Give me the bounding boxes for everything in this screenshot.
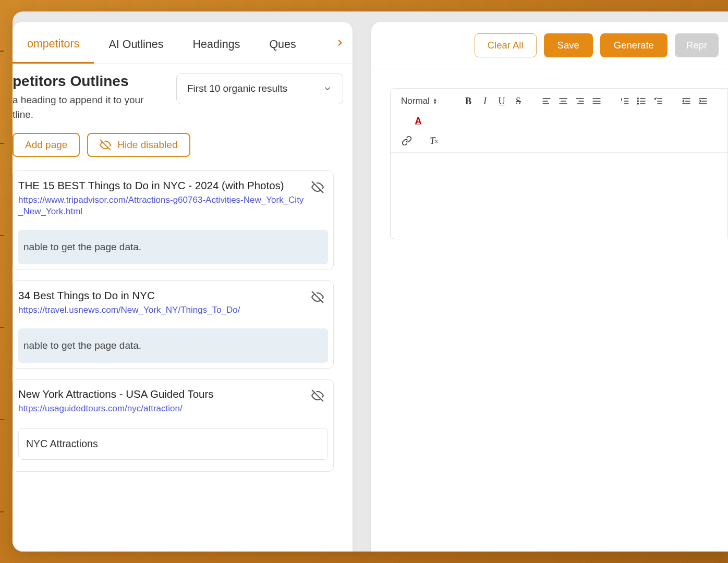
align-left-button[interactable] (539, 94, 554, 108)
eye-off-icon (100, 139, 111, 151)
generate-button[interactable]: Generate (600, 33, 668, 57)
chevron-right-icon (335, 38, 345, 47)
text-color-button[interactable]: A (410, 114, 426, 128)
save-button[interactable]: Save (544, 33, 593, 57)
align-right-icon (575, 96, 585, 106)
checklist-icon (653, 96, 663, 106)
right-toolbar: Clear All Save Generate Repr (371, 22, 728, 69)
svg-point-23 (638, 101, 639, 102)
rephrase-button: Repr (675, 33, 719, 57)
page-subtitle-line2: tline. (13, 107, 143, 122)
list-group (617, 94, 666, 108)
editor-textarea[interactable] (391, 153, 727, 239)
link-icon (402, 136, 412, 146)
checklist-button[interactable] (650, 94, 666, 108)
result-title: THE 15 BEST Things to Do in NYC - 2024 (… (18, 179, 305, 192)
result-url[interactable]: https://www.tripadvisor.com/Attractions-… (18, 194, 305, 217)
clear-format-button[interactable]: Tx (426, 133, 442, 148)
outdent-icon (681, 96, 691, 106)
select-selected-label: First 10 organic results (187, 83, 287, 94)
add-page-label: Add page (25, 139, 67, 151)
hide-disabled-button[interactable]: Hide disabled (87, 133, 190, 157)
color-group: A (410, 114, 426, 128)
eye-off-icon (311, 181, 324, 193)
result-url[interactable]: https://usaguidedtours.com/nyc/attractio… (18, 403, 305, 414)
result-error-message: nable to get the page data. (18, 230, 328, 264)
panels-row: ompetitors AI Outlines Headings Ques pet… (13, 11, 728, 552)
tab-questions[interactable]: Ques (254, 22, 299, 63)
unordered-list-button[interactable] (634, 94, 649, 108)
link-button[interactable] (399, 133, 415, 148)
page-title: petitors Outlines (13, 73, 143, 90)
ordered-list-button[interactable] (617, 94, 633, 108)
toolbar-row-2: Tx (398, 133, 720, 148)
result-visibility-toggle[interactable] (311, 179, 324, 195)
left-panel: ompetitors AI Outlines Headings Ques pet… (13, 22, 353, 552)
outline-header-text: petitors Outlines a heading to append it… (13, 73, 143, 121)
align-group (539, 94, 604, 108)
format-select-label: Normal (401, 96, 430, 106)
result-card: 34 Best Things to Do in NYC https://trav… (13, 280, 334, 369)
right-panel: Clear All Save Generate Repr Normal ▲▼ B… (371, 22, 728, 552)
result-heading-item[interactable]: NYC Attractions (18, 428, 328, 460)
chevron-down-icon (323, 84, 332, 93)
clear-all-button[interactable]: Clear All (475, 33, 537, 57)
bold-button[interactable]: B (460, 94, 476, 108)
sort-icon: ▲▼ (433, 98, 438, 104)
indent-button[interactable] (695, 94, 711, 108)
result-card: THE 15 BEST Things to Do in NYC - 2024 (… (13, 170, 334, 270)
svg-point-22 (638, 98, 639, 99)
strike-button[interactable]: S (511, 94, 526, 108)
text-style-group: B I U S (460, 94, 526, 108)
add-page-button[interactable]: Add page (13, 133, 80, 157)
tab-ai-outlines[interactable]: AI Outlines (94, 22, 178, 63)
result-url[interactable]: https://travel.usnews.com/New_York_NY/Th… (18, 304, 305, 316)
tab-competitors[interactable]: ompetitors (13, 22, 94, 64)
outdent-button[interactable] (678, 94, 694, 108)
unordered-list-icon (636, 96, 647, 106)
action-buttons-row: Add page Hide disabled (13, 133, 343, 157)
indent-icon (698, 96, 708, 106)
result-visibility-toggle[interactable] (311, 289, 324, 305)
align-center-icon (558, 96, 568, 106)
result-title: 34 Best Things to Do in NYC (18, 289, 305, 302)
results-filter-select[interactable]: First 10 organic results (176, 73, 343, 104)
align-justify-button[interactable] (589, 94, 604, 108)
align-center-button[interactable] (555, 94, 571, 108)
indent-group (678, 94, 711, 108)
tabs-bar: ompetitors AI Outlines Headings Ques (13, 22, 353, 64)
left-edge-ruler (0, 0, 10, 563)
underline-button[interactable]: U (494, 94, 509, 108)
result-card: New York Attractions - USA Guided Tours … (13, 379, 334, 472)
tab-headings[interactable]: Headings (178, 22, 255, 63)
align-justify-icon (591, 96, 602, 106)
editor: Normal ▲▼ B I U S (390, 88, 728, 239)
hide-disabled-label: Hide disabled (117, 139, 177, 151)
page-subtitle-line1: a heading to append it to your (13, 93, 143, 107)
ordered-list-icon (620, 96, 630, 106)
editor-toolbar: Normal ▲▼ B I U S (391, 89, 727, 153)
italic-button[interactable]: I (477, 94, 493, 108)
app-window: ompetitors AI Outlines Headings Ques pet… (13, 11, 728, 552)
svg-point-24 (638, 103, 639, 104)
eye-off-icon (311, 291, 324, 303)
tabs-scroll-right[interactable] (333, 35, 347, 50)
eye-off-icon (311, 389, 324, 402)
outline-header: petitors Outlines a heading to append it… (13, 73, 343, 121)
format-select[interactable]: Normal ▲▼ (398, 94, 448, 108)
result-visibility-toggle[interactable] (311, 388, 324, 404)
result-error-message: nable to get the page data. (18, 328, 328, 363)
align-left-icon (541, 96, 552, 106)
left-scroll-content: petitors Outlines a heading to append it… (13, 64, 353, 552)
result-title: New York Attractions - USA Guided Tours (18, 388, 305, 400)
align-right-button[interactable] (572, 94, 588, 108)
